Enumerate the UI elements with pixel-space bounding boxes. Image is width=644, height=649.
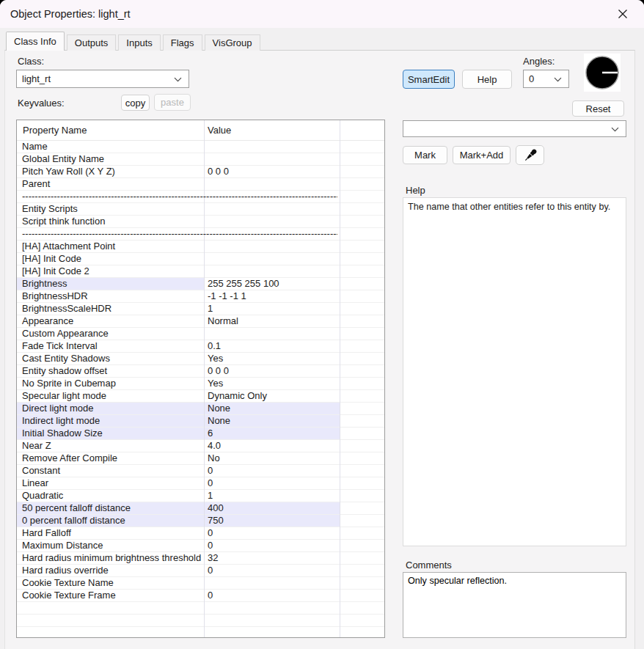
- header-property-name[interactable]: Property Name: [23, 120, 87, 141]
- property-value-cell[interactable]: 0: [204, 565, 340, 577]
- property-value-cell[interactable]: [204, 178, 340, 191]
- property-name-cell[interactable]: Cast Entity Shadows: [17, 353, 204, 365]
- help-button[interactable]: Help: [462, 70, 512, 89]
- property-name-cell[interactable]: Script think function: [17, 216, 204, 228]
- reset-button[interactable]: Reset: [572, 100, 624, 117]
- property-name-cell[interactable]: BrightnessHDR: [17, 290, 204, 303]
- table-row[interactable]: 0 percent falloff distance750: [17, 515, 384, 527]
- property-value-cell[interactable]: 0 0 0: [204, 365, 340, 378]
- tab-inputs[interactable]: Inputs: [118, 34, 160, 51]
- table-row[interactable]: Cast Entity ShadowsYes: [17, 353, 384, 365]
- table-row[interactable]: Script think function: [17, 216, 384, 228]
- property-name-cell[interactable]: Specular light mode: [17, 390, 204, 403]
- table-row[interactable]: Constant0: [17, 465, 384, 477]
- table-row[interactable]: Specular light modeDynamic Only: [17, 390, 384, 403]
- property-name-cell[interactable]: Linear: [17, 477, 204, 490]
- property-value-cell[interactable]: 0.1: [204, 340, 340, 353]
- property-name-cell[interactable]: Cookie Texture Name: [17, 577, 204, 590]
- table-row[interactable]: [17, 615, 384, 627]
- property-name-cell[interactable]: Constant: [17, 465, 204, 477]
- property-value-cell[interactable]: -1 -1 -1 1: [204, 290, 340, 303]
- table-row[interactable]: Parent: [17, 178, 384, 191]
- table-row[interactable]: BrightnessHDR-1 -1 -1 1: [17, 290, 384, 303]
- property-value-cell[interactable]: 4.0: [204, 440, 340, 452]
- property-value-cell[interactable]: [204, 216, 340, 228]
- property-name-cell[interactable]: Near Z: [17, 440, 204, 452]
- property-name-cell[interactable]: Initial Shadow Size: [17, 428, 204, 440]
- property-name-cell[interactable]: Fade Tick Interval: [17, 340, 204, 353]
- property-value-cell[interactable]: [204, 615, 340, 627]
- property-name-cell[interactable]: Hard radius minimum brightness threshold: [17, 552, 204, 565]
- property-value-cell[interactable]: 0: [204, 540, 340, 552]
- tab-class-info[interactable]: Class Info: [6, 32, 65, 51]
- property-value-cell[interactable]: 255 255 255 100: [204, 278, 340, 290]
- property-value-cell[interactable]: [204, 253, 340, 265]
- property-value-cell[interactable]: 0: [204, 590, 340, 602]
- property-name-cell[interactable]: [17, 602, 204, 615]
- comments-textarea[interactable]: Only specular reflection.: [403, 572, 626, 638]
- property-name-cell[interactable]: Cookie Texture Frame: [17, 590, 204, 602]
- table-row[interactable]: Cookie Texture Name: [17, 577, 384, 590]
- property-value-cell[interactable]: [204, 627, 340, 638]
- property-name-cell[interactable]: Brightness: [17, 278, 204, 290]
- property-value-cell[interactable]: [204, 328, 340, 340]
- table-row[interactable]: Hard radius minimum brightness threshold…: [17, 552, 384, 565]
- property-name-cell[interactable]: Maximum Distance: [17, 540, 204, 552]
- table-row[interactable]: Quadratic1: [17, 490, 384, 502]
- property-value-cell[interactable]: [204, 577, 340, 590]
- property-value-cell[interactable]: 0 0 0: [204, 166, 340, 178]
- property-value-cell[interactable]: None: [204, 403, 340, 415]
- property-name-cell[interactable]: Indirect light mode: [17, 415, 204, 428]
- table-row[interactable]: Indirect light modeNone: [17, 415, 384, 428]
- tab-flags[interactable]: Flags: [163, 34, 202, 51]
- property-name-cell[interactable]: [HA] Init Code 2: [17, 265, 204, 278]
- property-value-cell[interactable]: Dynamic Only: [204, 390, 340, 403]
- angles-combobox[interactable]: 0: [523, 70, 569, 88]
- property-name-cell[interactable]: BrightnessScaleHDR: [17, 303, 204, 315]
- property-value-cell[interactable]: [204, 602, 340, 615]
- table-row[interactable]: Global Entity Name: [17, 153, 384, 166]
- property-value-cell[interactable]: 32: [204, 552, 340, 565]
- table-row[interactable]: [HA] Init Code 2: [17, 265, 384, 278]
- table-row[interactable]: Brightness255 255 255 100: [17, 278, 384, 290]
- table-row[interactable]: [17, 627, 384, 638]
- property-value-cell[interactable]: [204, 265, 340, 278]
- property-name-cell[interactable]: Custom Appearance: [17, 328, 204, 340]
- property-value-cell[interactable]: 1: [204, 490, 340, 502]
- property-value-cell[interactable]: None: [204, 415, 340, 428]
- tab-visgroup[interactable]: VisGroup: [205, 34, 260, 51]
- property-name-cell[interactable]: Direct light mode: [17, 403, 204, 415]
- table-row[interactable]: [17, 602, 384, 615]
- table-row[interactable]: Maximum Distance0: [17, 540, 384, 552]
- property-name-cell[interactable]: Global Entity Name: [17, 153, 204, 166]
- property-value-cell[interactable]: 0: [204, 477, 340, 490]
- property-name-cell[interactable]: 0 percent falloff distance: [17, 515, 204, 527]
- property-value-cell[interactable]: 400: [204, 502, 340, 515]
- property-value-cell[interactable]: 0: [204, 527, 340, 540]
- property-value-cell[interactable]: [204, 203, 340, 216]
- angle-dial[interactable]: [584, 54, 621, 92]
- eyedropper-button[interactable]: [516, 145, 544, 165]
- property-name-cell[interactable]: Hard Falloff: [17, 527, 204, 540]
- property-value-cell[interactable]: [204, 241, 340, 253]
- table-row[interactable]: Pitch Yaw Roll (X Y Z)0 0 0: [17, 166, 384, 178]
- tab-outputs[interactable]: Outputs: [67, 34, 117, 51]
- table-row[interactable]: [HA] Attachment Point: [17, 241, 384, 253]
- table-row[interactable]: Fade Tick Interval0.1: [17, 340, 384, 353]
- table-row[interactable]: Hard radius override0: [17, 565, 384, 577]
- property-value-cell[interactable]: Yes: [204, 378, 340, 390]
- table-row[interactable]: Entity Scripts: [17, 203, 384, 216]
- table-row[interactable]: Initial Shadow Size6: [17, 428, 384, 440]
- copy-button[interactable]: copy: [121, 95, 150, 111]
- property-name-cell[interactable]: Name: [17, 141, 204, 153]
- property-name-cell[interactable]: Quadratic: [17, 490, 204, 502]
- property-name-cell[interactable]: Entity shadow offset: [17, 365, 204, 378]
- table-row[interactable]: Custom Appearance: [17, 328, 384, 340]
- property-value-cell[interactable]: Yes: [204, 353, 340, 365]
- table-row[interactable]: Cookie Texture Frame0: [17, 590, 384, 602]
- value-combobox[interactable]: [403, 120, 626, 137]
- mark-button[interactable]: Mark: [403, 146, 447, 164]
- property-name-cell[interactable]: Parent: [17, 178, 204, 191]
- table-row[interactable]: 50 percent falloff distance400: [17, 502, 384, 515]
- table-row[interactable]: Near Z4.0: [17, 440, 384, 452]
